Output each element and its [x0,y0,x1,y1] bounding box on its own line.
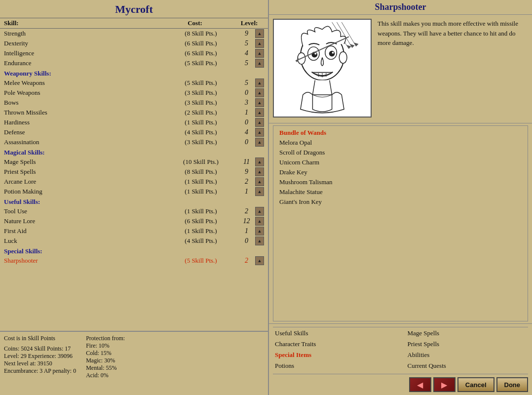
skill-row: Arcane Lore (1 Skill Pts.) 2 [2,177,266,187]
list-item[interactable]: Malachite Statue [277,187,524,197]
list-item[interactable]: Scroll of Dragons [277,148,524,158]
nav-item[interactable]: Current Quests [406,361,529,371]
skill-up-arrow[interactable] [255,29,264,38]
protection-magic: Magic: 30% [86,357,125,364]
skill-name: Arcane Lore [4,178,164,186]
skills-list: Strength (8 Skill Pts.) 9 Dexterity (6 S… [0,29,268,331]
skill-cost: (2 Skill Pts.) [164,109,238,117]
nav-item[interactable]: Useful Skills [273,328,396,338]
list-item[interactable]: Drake Key [277,167,524,177]
special-skill-level: 2 [238,257,255,265]
done-button[interactable]: Done [496,377,529,392]
skill-cost: (4 Skill Pts.) [164,128,238,136]
skill-row: Hardiness (1 Skill Pts.) 0 [2,118,266,127]
skill-up-arrow[interactable] [255,108,264,117]
skill-up-arrow[interactable] [255,187,264,196]
main-container: Mycroft Skill: Cost: Level: Strength (8 … [0,0,532,395]
skill-up-arrow[interactable] [255,98,264,107]
list-item[interactable]: Unicorn Charm [277,158,524,167]
skill-cost: (1 Skill Pts.) [164,118,238,126]
skill-level: 5 [238,40,255,47]
skill-row: Bows (3 Skill Pts.) 3 [2,98,266,108]
prev-arrow-button[interactable] [409,377,431,392]
skill-up-arrow[interactable] [255,118,264,127]
skill-cost: (1 Skill Pts.) [164,178,238,186]
skill-portrait [273,19,372,118]
items-area: Bundle of WandsMelora OpalScroll of Drag… [273,125,528,321]
skill-info-area: This skill makes you much more effective… [269,15,532,123]
status-coins: Coins: 5024 Skill Points: 17 [4,345,76,353]
skill-up-arrow[interactable] [255,39,264,48]
skill-row: Strength (8 Skill Pts.) 9 [2,29,266,39]
cancel-button[interactable]: Cancel [457,377,494,392]
svg-point-13 [332,52,334,54]
svg-point-11 [329,51,335,57]
skill-up-arrow[interactable] [255,158,264,166]
skill-name: Defense [4,128,164,136]
svg-point-12 [314,53,316,55]
skill-level: 0 [238,138,255,146]
list-item[interactable]: Melora Opal [277,138,524,148]
skill-name: Melee Weapons [4,79,164,87]
skill-name: Nature Lore [4,217,164,225]
skill-row: Assassination (3 Skill Pts.) 0 [2,137,266,147]
skill-up-arrow[interactable] [255,217,264,226]
nav-item[interactable]: Potions [273,361,396,371]
skill-row: Mage Spells (10 Skill Pts.) 11 [2,157,266,167]
skill-level: 4 [238,128,255,136]
skill-name: Dexterity [4,40,164,47]
skill-up-arrow[interactable] [255,227,264,236]
bottom-buttons: Cancel Done [273,375,528,395]
skill-row: Potion Making (1 Skill Pts.) 1 [2,187,266,197]
header-skill: Skill: [4,19,155,27]
skill-up-arrow[interactable] [255,177,264,186]
list-item[interactable]: Mushroom Talisman [277,177,524,187]
skill-up-arrow[interactable] [255,167,264,176]
nav-divider-2 [273,374,528,374]
section-header: Magical Skills: [2,147,266,157]
skill-row: Melee Weapons (5 Skill Pts.) 5 [2,78,266,88]
nav-grid: Useful SkillsMage SpellsCharacter Traits… [273,328,528,373]
protection-cold: Cold: 15% [86,350,125,357]
next-arrow-button[interactable] [433,377,456,392]
skill-cost: (8 Skill Pts.) [164,168,238,176]
skill-up-arrow[interactable] [255,237,264,245]
skill-level: 4 [238,49,255,57]
nav-item[interactable]: Mage Spells [406,328,529,338]
skill-row: Defense (4 Skill Pts.) 4 [2,127,266,137]
list-item[interactable]: Giant's Iron Key [277,197,524,207]
skill-cost: (5 Skill Pts.) [164,79,238,87]
skill-up-arrow[interactable] [255,138,264,147]
special-skill-cost: (5 Skill Pts.) [164,257,238,265]
skill-cost: (1 Skill Pts.) [164,227,238,235]
special-skill-up-arrow[interactable] [255,256,264,265]
protection-fire: Fire: 10% [86,342,125,350]
skill-level: 5 [238,59,255,67]
protection-label: Protection from: [86,335,125,342]
portrait-svg [274,20,371,117]
skill-row: Dexterity (6 Skill Pts.) 5 [2,39,266,48]
skill-up-arrow[interactable] [255,128,264,137]
skill-up-arrow[interactable] [255,49,264,58]
skill-level: 1 [238,227,255,235]
list-item[interactable]: Bundle of Wands [277,128,524,138]
nav-item[interactable]: Abilities [406,350,529,360]
skill-cost: (8 Skill Pts.) [164,30,238,38]
skill-level: 9 [238,168,255,176]
skill-name: Priest Spells [4,168,164,176]
nav-divider [273,327,528,327]
skill-cost: (3 Skill Pts.) [164,99,238,107]
skill-cost: (6 Skill Pts.) [164,49,238,57]
nav-item[interactable]: Character Traits [273,339,396,349]
header-cost: Cost: [155,19,234,27]
skill-name: Luck [4,237,164,245]
skill-cost: (4 Skill Pts.) [164,237,238,245]
nav-item[interactable]: Special Items [273,350,396,360]
skill-up-arrow[interactable] [255,207,264,216]
skill-level: 12 [238,217,255,225]
skill-up-arrow[interactable] [255,59,264,68]
skill-up-arrow[interactable] [255,79,264,87]
skill-row: Priest Spells (8 Skill Pts.) 9 [2,167,266,177]
nav-item[interactable]: Priest Spells [406,339,529,349]
skill-up-arrow[interactable] [255,88,264,97]
